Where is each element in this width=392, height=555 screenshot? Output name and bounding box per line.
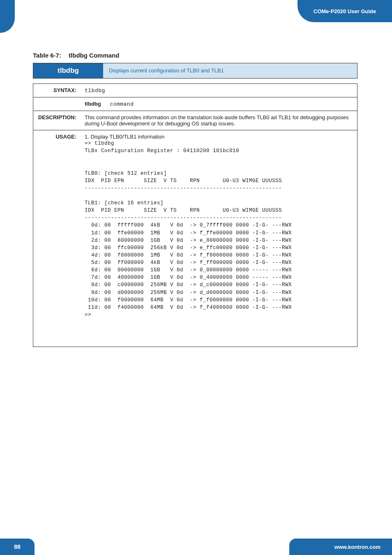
header-title: COMe-P2020 User Guide (314, 8, 376, 14)
description-row: DESCRIPTION: This command provides infor… (33, 111, 357, 130)
command-summary-table: tlbdbg Displays current configuration of… (33, 63, 357, 79)
usage-body: 1. Display TLB0/TLB1 information => tlbd… (81, 130, 357, 347)
footer-url: www.kontron.com (289, 539, 392, 555)
usage-intro: 1. Display TLB0/TLB1 information (85, 134, 353, 140)
usage-label: USAGE: (33, 130, 81, 347)
syntax-row: SYNTAX: tlbdbg (33, 84, 357, 97)
syntax-value: tlbdbg (85, 88, 105, 94)
syntax-sub-empty (33, 97, 81, 111)
description-label: DESCRIPTION: (33, 111, 81, 130)
table-caption: Table 6-7: tlbdbg Command (33, 52, 357, 59)
header-bar: COMe-P2020 User Guide (297, 0, 392, 22)
command-name-cell: tlbdbg (33, 63, 104, 79)
footer-spacer (35, 539, 289, 555)
command-detail-table: SYNTAX: tlbdbg tlbdbg command DESCRIPTIO… (33, 83, 357, 347)
usage-block: => tlbdbg TLBx Configuration Register : … (85, 140, 353, 319)
page-content: Table 6-7: tlbdbg Command tlbdbg Display… (33, 52, 357, 347)
syntax-sub-row: tlbdbg command (33, 97, 357, 111)
left-decorative-stripe (0, 0, 15, 33)
syntax-sub-cell: tlbdbg command (81, 97, 357, 111)
syntax-subcmd-label: tlbdbg (85, 101, 101, 107)
command-short-desc: Displays current configuration of TLB0 a… (109, 67, 224, 74)
caption-title: tlbdbg Command (69, 52, 119, 59)
caption-label: Table 6-7: (33, 52, 61, 59)
syntax-subcmd-value: command (110, 101, 134, 107)
usage-row: USAGE: 1. Display TLB0/TLB1 information … (33, 130, 357, 347)
usage-trailing-space (85, 319, 353, 343)
command-name: tlbdbg (58, 67, 79, 74)
syntax-label: SYNTAX: (33, 84, 81, 97)
description-text: This command provides information on the… (81, 111, 357, 130)
footer-page-number: 88 (0, 539, 35, 555)
footer: 88 www.kontron.com (0, 539, 392, 555)
command-short-desc-cell: Displays current configuration of TLB0 a… (103, 63, 357, 79)
syntax-value-cell: tlbdbg (81, 84, 357, 97)
